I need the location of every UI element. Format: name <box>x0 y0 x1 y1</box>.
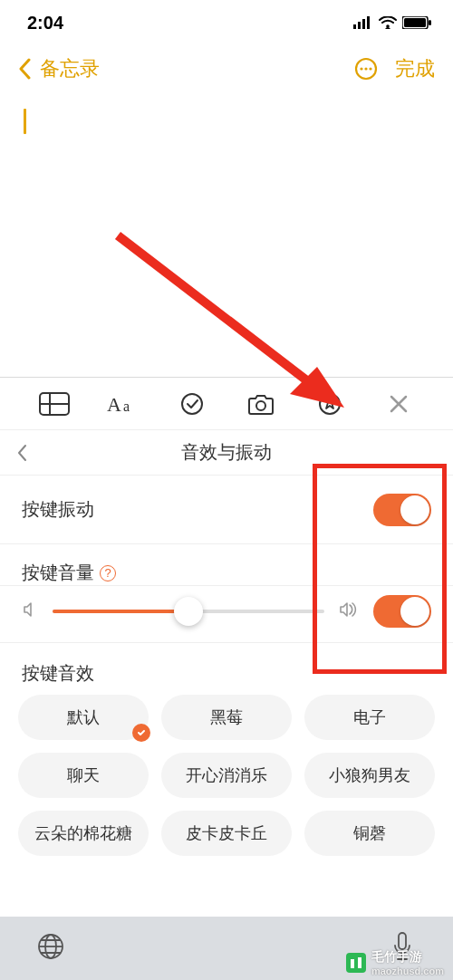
panel-title: 音效与振动 <box>181 440 272 465</box>
chip-label: 黑莓 <box>210 706 243 728</box>
svg-text:a: a <box>123 399 130 414</box>
text-cursor <box>24 109 26 134</box>
signal-icon <box>353 16 373 29</box>
volume-slider[interactable] <box>53 597 324 626</box>
watermark-url: maozhusd.com <box>371 966 444 976</box>
svg-rect-26 <box>351 959 354 968</box>
volume-label: 按键音量 <box>22 561 94 585</box>
camera-button[interactable] <box>226 393 295 415</box>
panel-back-button[interactable] <box>16 430 27 475</box>
chip-label: 开心消消乐 <box>186 764 267 786</box>
help-icon[interactable]: ? <box>100 565 116 581</box>
chevron-left-icon <box>18 58 31 80</box>
vibration-row: 按键振动 <box>0 475 453 543</box>
svg-point-11 <box>369 67 371 70</box>
svg-rect-0 <box>353 24 356 29</box>
chip-label: 云朵的棉花糖 <box>34 822 132 844</box>
chip-bell[interactable]: 铜磬 <box>304 811 435 856</box>
chip-label: 默认 <box>67 706 100 728</box>
more-button[interactable] <box>353 56 379 82</box>
vibration-label: 按键振动 <box>22 497 94 522</box>
volume-low-icon <box>22 601 38 621</box>
svg-text:A: A <box>107 393 121 415</box>
text-format-button[interactable]: Aa <box>89 393 158 415</box>
chip-label: 铜磬 <box>353 822 386 844</box>
nav-bar: 备忘录 完成 <box>0 45 453 92</box>
chip-label: 小狼狗男友 <box>329 764 410 786</box>
done-button[interactable]: 完成 <box>395 55 435 82</box>
wifi-icon <box>379 16 397 29</box>
globe-icon[interactable] <box>36 932 65 965</box>
note-content-area[interactable] <box>0 92 453 377</box>
chip-label: 皮卡皮卡丘 <box>186 822 267 844</box>
volume-high-icon <box>339 600 359 622</box>
svg-rect-25 <box>399 933 406 949</box>
volume-toggle[interactable] <box>373 595 431 628</box>
svg-point-4 <box>386 24 390 28</box>
back-label: 备忘录 <box>40 55 100 82</box>
effects-label: 按键音效 <box>0 643 453 695</box>
watermark-brand: 毛竹手游 <box>371 949 422 964</box>
check-icon <box>132 724 150 742</box>
close-button[interactable] <box>364 394 433 414</box>
chip-default[interactable]: 默认 <box>18 695 149 740</box>
svg-point-10 <box>364 67 367 70</box>
volume-slider-row <box>0 585 453 642</box>
chip-blackberry[interactable]: 黑莓 <box>161 695 292 740</box>
markup-button[interactable] <box>295 392 364 416</box>
svg-point-9 <box>360 67 362 70</box>
svg-rect-1 <box>358 22 361 29</box>
chip-label: 电子 <box>353 706 386 728</box>
vibration-toggle[interactable] <box>373 494 431 526</box>
checklist-button[interactable] <box>158 392 226 416</box>
format-toolbar: Aa <box>0 377 453 429</box>
back-button[interactable]: 备忘录 <box>18 55 100 82</box>
chip-label: 聊天 <box>67 764 100 786</box>
svg-rect-6 <box>404 18 426 27</box>
svg-rect-7 <box>429 20 431 25</box>
watermark: 毛竹手游 maozhusd.com <box>346 949 444 976</box>
watermark-logo-icon <box>346 953 366 973</box>
panel-header: 音效与振动 <box>0 429 453 475</box>
svg-point-19 <box>182 394 202 414</box>
chip-pikachu[interactable]: 皮卡皮卡丘 <box>161 811 292 856</box>
effects-chips: 默认 黑莓 电子 聊天 开心消消乐 小狼狗男友 云朵的棉花糖 皮卡皮卡丘 铜磬 <box>0 695 453 856</box>
status-bar: 2:04 <box>0 0 453 45</box>
volume-label-row: 按键音量 ? <box>0 543 453 585</box>
svg-rect-3 <box>367 16 370 29</box>
table-button[interactable] <box>20 392 89 416</box>
svg-point-20 <box>256 401 265 410</box>
svg-rect-27 <box>358 957 361 968</box>
chip-happy[interactable]: 开心消消乐 <box>161 753 292 798</box>
chip-wolfdog[interactable]: 小狼狗男友 <box>304 753 435 798</box>
chip-electronic[interactable]: 电子 <box>304 695 435 740</box>
status-time: 2:04 <box>27 13 63 34</box>
chip-chat[interactable]: 聊天 <box>18 753 149 798</box>
svg-rect-2 <box>362 19 365 29</box>
battery-icon <box>402 16 431 29</box>
chip-cotton[interactable]: 云朵的棉花糖 <box>18 811 149 856</box>
